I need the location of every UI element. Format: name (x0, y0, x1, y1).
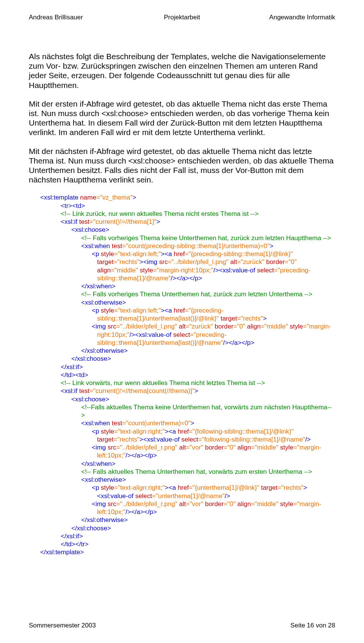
code-line: <img src="../bilder/pfeil_l.png" alt="zu… (40, 322, 335, 347)
code-line: <!-- Link vorwärts, nur wenn aktuelles T… (40, 379, 335, 387)
footer-right: Seite 16 von 28 (290, 622, 335, 629)
code-line: <p style="text-align:left;"><a href="{pr… (40, 307, 335, 323)
code-line: </xsl:choose> (40, 524, 335, 532)
footer-left: Sommersemester 2003 (29, 622, 96, 629)
code-line: <tr><td> (40, 202, 335, 210)
code-line: </xsl:otherwise> (40, 516, 335, 524)
code-line: <!-- Link zurück, nur wenn aktuelles The… (40, 210, 335, 218)
code-line: <p style="text-align:right;"><a href="{f… (40, 428, 335, 444)
code-line: <xsl:when test="count(preceding-sibling:… (40, 242, 335, 250)
code-line: <xsl:otherwise> (40, 476, 335, 484)
paragraph-1: Als nächstes folgt die Beschreibung der … (29, 52, 335, 90)
code-line: <!--Falls aktuelles Thema keine Unterthe… (40, 403, 335, 420)
code-line: <!-- Falls vorheriges Thema keine Untert… (40, 234, 335, 242)
code-line: <p style="text-align:right;"><a href="{u… (40, 484, 335, 500)
code-line: </xsl:otherwise> (40, 347, 335, 355)
code-line: </td><td> (40, 371, 335, 379)
code-block: <xsl:template name="vz_thema"> <tr><td> … (40, 193, 335, 556)
code-line: <xsl:when test="count(unterthema)=0"> (40, 419, 335, 427)
code-line: <img src="../bilder/pfeil_r.png" alt="vo… (40, 500, 335, 516)
code-line: <img src="../bilder/pfeil_r.png" alt="vo… (40, 443, 335, 460)
code-line: <!-- Falls vorheriges Thema Unterthemen … (40, 290, 335, 298)
code-line: </xsl:when> (40, 282, 335, 290)
code-line: <xsl:otherwise> (40, 299, 335, 307)
code-line: <xsl:choose> (40, 226, 335, 234)
code-line: </xsl:if> (40, 532, 335, 540)
paragraph-3: Mit der nächsten if-Abfrage wird geteste… (29, 146, 335, 185)
paragraph-2: Mit der ersten if-Abfrage wird getestet,… (29, 99, 335, 137)
header-center: Projektarbeit (131, 14, 233, 21)
code-line: <p style="text-align:left;"><a href="{pr… (40, 250, 335, 282)
code-line: <xsl:if test="current()!=//thema[count(/… (40, 387, 335, 395)
code-line: <xsl:if test="current()!=//thema[1]"> (40, 218, 335, 226)
header-left: Andreas Brillisauer (29, 14, 131, 21)
code-line: </xsl:if> (40, 363, 335, 371)
code-line: </td></tr> (40, 540, 335, 548)
footer: Sommersemester 2003 Seite 16 von 28 (29, 622, 335, 629)
header-right: Angewandte Informatik (233, 14, 335, 21)
code-line: </xsl:choose> (40, 355, 335, 363)
header: Andreas Brillisauer Projektarbeit Angewa… (29, 14, 335, 21)
code-line: <!-- Falls aktuelles Thema Unterthemen h… (40, 468, 335, 476)
code-line: <xsl:template name="vz_thema"> (40, 193, 335, 201)
code-line: </xsl:when> (40, 460, 335, 468)
code-line: </xsl:template> (40, 548, 335, 556)
code-line: <xsl:choose> (40, 395, 335, 403)
